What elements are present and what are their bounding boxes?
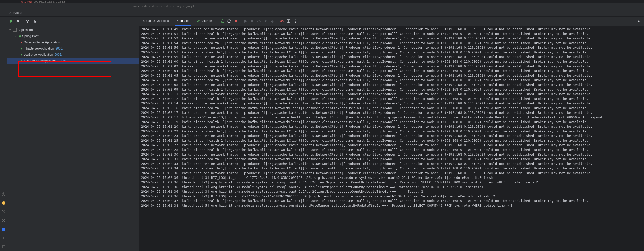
running-icon: ● (21, 47, 22, 50)
settings-icon[interactable] (2, 245, 6, 249)
chevron-down-icon: ▾ (15, 34, 18, 38)
tree-item-infra[interactable]: ● InfraServerApplication :9003/ (7, 45, 139, 52)
expand-icon[interactable] (39, 19, 43, 23)
tab-actuator[interactable]: ⟳ Actuator (195, 17, 214, 26)
breadcrumb: project › dependencies › dependency › gr… (0, 3, 644, 9)
log-line: 2024-04-25 15:02:17|[http-nio-9001-exec-… (141, 115, 644, 120)
checkbox-icon[interactable] (13, 28, 17, 32)
log-line: 2024-04-25 15:02:36|[kafka-producer-netw… (141, 171, 644, 175)
log-line: 2024-04-25 15:02:00|[kafka-binder-health… (141, 59, 644, 64)
tree-item-gateway[interactable]: ● GatewayServerApplication (7, 39, 139, 45)
log-line: 2024-04-25 15:02:22|[kafka-binder-health… (141, 129, 644, 134)
tools-icon[interactable] (2, 210, 6, 214)
chevron-down-icon: ▾ (9, 28, 12, 32)
resume-icon[interactable] (243, 19, 248, 23)
filter-icon[interactable] (26, 19, 30, 23)
run-icon[interactable] (9, 19, 13, 23)
add-icon[interactable] (46, 19, 50, 23)
step-over-icon[interactable] (257, 19, 261, 23)
svg-point-13 (295, 22, 296, 23)
tree-springboot[interactable]: ▾ ◉ Spring Boot (7, 33, 139, 39)
layout-icon[interactable] (287, 19, 291, 23)
log-line: 2024-04-25 15:01:56|[kafka-producer-netw… (141, 45, 644, 50)
tree-icon[interactable] (32, 19, 36, 23)
recent-file[interactable]: 服务.yml 2023/8/23 16:52, 2.28 kB (21, 0, 65, 3)
log-line: 2024-04-25 15:02:36|[thread-pool-3]|BIZ_… (141, 194, 644, 199)
chevron-right-icon: › (164, 5, 165, 8)
log-line: 2024-04-25 15:01:57|[kafka-binder-health… (141, 50, 644, 55)
log-line: 2024-04-25 15:02:12|[kafka-binder-health… (141, 96, 644, 101)
log-line: 2024-04-25 15:02:37|[kafka-binder-health… (141, 199, 644, 203)
step-into-icon[interactable] (264, 19, 268, 23)
svg-rect-7 (252, 20, 253, 22)
running-icon: ● (21, 59, 22, 63)
log-line: 2024-04-25 15:02:06|[kafka-binder-health… (141, 78, 644, 83)
breadcrumb-item[interactable]: project (132, 5, 140, 8)
log-line: 2024-04-25 15:02:14|[kafka-producer-netw… (141, 101, 644, 106)
log-line: 2024-04-25 15:02:19|[kafka-binder-health… (141, 120, 644, 124)
chevron-right-icon: › (183, 5, 184, 8)
error-icon: ● (21, 41, 22, 44)
log-line: 2024-04-25 15:02:27|[kafka-producer-netw… (141, 143, 644, 148)
services-panel-header: Services (0, 9, 644, 17)
log-line: 2024-04-25 15:01:51|[kafka-binder-health… (141, 31, 644, 36)
log-line: 2024-04-25 15:02:02|[kafka-producer-netw… (141, 64, 644, 69)
close-icon[interactable] (16, 19, 20, 23)
text-icon[interactable] (2, 236, 6, 240)
tree-item-log[interactable]: ● LogServerApplication :9002/ (7, 52, 139, 58)
cancel-icon[interactable] (2, 218, 6, 223)
log-line: 2024-04-25 15:02:28|[kafka-binder-health… (141, 148, 644, 152)
more-icon[interactable] (293, 19, 297, 23)
console-tabs: Threads & Variables Console ⟳ Actuator (139, 17, 297, 26)
services-toolbar: Threads & Variables Console ⟳ Actuator (7, 17, 644, 26)
log-line: 2024-04-25 15:02:11|[kafka-producer-netw… (141, 92, 644, 96)
tab-console[interactable]: Console (175, 17, 191, 26)
console-output[interactable]: 2024-04-25 15:01:49|[kafka-producer-netw… (139, 26, 644, 251)
rerun-icon[interactable] (220, 19, 225, 23)
tab-threads[interactable]: Threads & Variables (139, 17, 171, 26)
services-tree: ▾ Application ▾ ◉ Spring Boot ● GatewayS… (7, 26, 139, 251)
services-label: Services (9, 11, 22, 15)
log-line: 2024-04-25 15:02:20|[kafka-producer-netw… (141, 124, 644, 129)
log-line: 2024-04-25 15:02:17|[kafka-producer-netw… (141, 110, 644, 115)
chevron-right-icon: › (142, 5, 143, 8)
log-line: 2024-04-25 15:01:49|[kafka-producer-netw… (141, 27, 644, 31)
log-line: 2024-04-25 15:02:09|[kafka-binder-health… (141, 87, 644, 92)
left-tool-gutter (0, 17, 7, 251)
log-line: 2024-04-25 15:02:31|[kafka-binder-health… (141, 157, 644, 161)
pause-icon[interactable] (250, 19, 254, 23)
tree-application[interactable]: ▾ Application (7, 27, 139, 33)
assistant-icon[interactable] (2, 227, 6, 231)
running-icon: ● (21, 53, 22, 56)
breadcrumb-item[interactable]: dependency (166, 5, 182, 8)
breadcrumb-item[interactable]: dependencies (144, 5, 162, 8)
svg-point-14 (638, 21, 639, 22)
svg-rect-4 (2, 246, 5, 248)
refresh-icon[interactable] (227, 19, 231, 23)
log-line: 2024-04-25 15:02:38|[thread-pool-5]|org.… (141, 203, 644, 208)
log-line: 2024-04-25 15:02:36|[thread-pool-3]|org.… (141, 189, 644, 194)
file-meta: 2023/8/23 16:52, 2.28 kB (34, 0, 65, 3)
log-line: 2024-04-25 15:01:59|[kafka-producer-netw… (141, 55, 644, 59)
log-line: 2024-04-25 15:02:36|[thread-pool-3]|BIZ_… (141, 175, 644, 180)
recent-files-bar: 服务.yml 2023/8/23 16:52, 2.28 kB (0, 0, 644, 3)
gear-icon[interactable] (637, 19, 641, 23)
database-icon[interactable] (2, 201, 6, 205)
tree-item-system[interactable]: ● SystemServerApplication :9001/ (7, 58, 139, 64)
log-line: 2024-04-25 15:02:04|[kafka-binder-health… (141, 69, 644, 73)
file-name: 服务.yml (21, 0, 32, 3)
stop-icon[interactable] (234, 19, 238, 23)
breadcrumb-item[interactable]: groupId (186, 5, 195, 8)
log-line: 2024-04-25 15:02:23|[kafka-producer-netw… (141, 134, 644, 138)
log-line: 2024-04-25 15:02:36|[thread-pool-3]|org.… (141, 185, 644, 189)
spring-icon: ◉ (19, 34, 21, 38)
breakpoints-icon[interactable] (280, 19, 284, 23)
step-out-icon[interactable] (270, 19, 274, 23)
svg-point-8 (280, 20, 282, 22)
log-line: 2024-04-25 15:01:52|[kafka-producer-netw… (141, 36, 644, 41)
clock-icon[interactable] (2, 192, 6, 196)
log-line: 2024-04-25 15:02:05|[kafka-producer-netw… (141, 73, 644, 78)
log-line: 2024-04-25 15:02:30|[kafka-producer-netw… (141, 152, 644, 157)
log-line: 2024-04-25 15:02:33|[kafka-producer-netw… (141, 161, 644, 166)
actuator-icon: ⟳ (197, 19, 200, 23)
